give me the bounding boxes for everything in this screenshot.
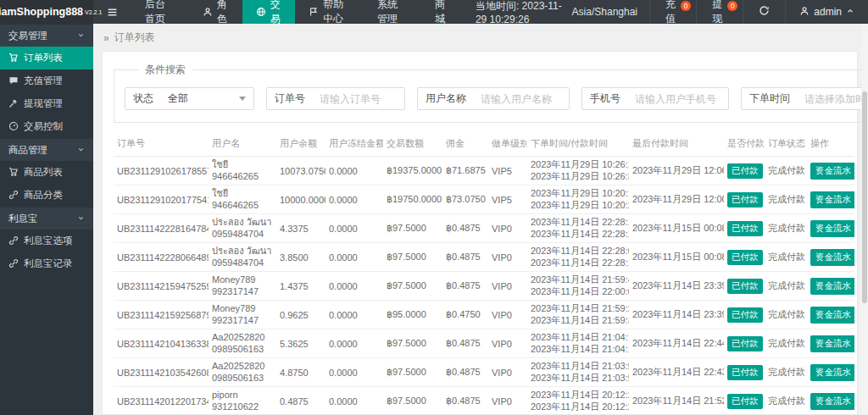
scrollbar-thumb[interactable] (862, 91, 867, 303)
paid-status-badge: 已付款 (727, 250, 763, 265)
column-header: 用户余额 (276, 131, 326, 157)
sidebar-item-order-list[interactable]: 订单列表 (0, 47, 93, 69)
fund-flow-button[interactable]: 资金流水 (810, 278, 854, 295)
commission-cell: ฿0.4875 (442, 387, 488, 415)
brand-name: SiamShopping888 (0, 6, 83, 18)
order-pay-time-cell: 2023年11月14日 20:12:202023年11月14日 20:12:24 (527, 387, 629, 415)
brand-logo[interactable]: SiamShopping888 V2.2.1 (0, 0, 93, 24)
column-header: 订单号 (114, 131, 209, 157)
order-no-input[interactable] (313, 88, 404, 109)
sidebar-item-interest-options[interactable]: 利息宝选项 (0, 230, 93, 252)
sidebar-item-label: 交易控制 (24, 120, 63, 133)
balance-cell: 4.8750 (276, 358, 326, 387)
sidebar: 交易管理 订单列表 充值管理 提现管理 交易控制 商品管理 商品列表 商品分类 … (0, 24, 93, 415)
sidebar-toggle[interactable] (93, 0, 131, 24)
balance-cell: 0.9625 (276, 301, 326, 329)
balance-cell: 0.4875 (276, 387, 326, 415)
refresh-button[interactable] (743, 0, 785, 24)
order-no-field: 订单号 (266, 87, 405, 110)
sidebar-item-recharge[interactable]: 充值管理 (0, 69, 93, 92)
recharge-notice[interactable]: 充值 0 (649, 0, 696, 24)
sidebar-item-trade-control[interactable]: 交易控制 (0, 115, 93, 138)
amount-cell: ฿95.0000 (383, 301, 442, 329)
comment-icon (8, 75, 19, 87)
sidebar-item-withdraw[interactable]: 提现管理 (0, 92, 93, 115)
refresh-icon (759, 5, 770, 19)
nav-item-label: 交易 (270, 0, 282, 26)
sidebar-group-label: 交易管理 (8, 30, 47, 42)
fund-flow-button[interactable]: 资金流水 (810, 163, 854, 180)
gavel-icon (8, 98, 19, 110)
filter-legend: 条件搜索 (138, 63, 192, 77)
vertical-scrollbar[interactable] (861, 24, 868, 415)
fund-flow-button[interactable]: 资金流水 (810, 191, 854, 208)
sidebar-item-label: 订单列表 (24, 52, 63, 64)
level-cell: VIP5 (488, 157, 527, 185)
breadcrumb: » 订单列表 (93, 24, 868, 51)
fund-flow-button[interactable]: 资金流水 (810, 335, 854, 352)
sidebar-group-goods[interactable]: 商品管理 (0, 139, 93, 161)
user-menu[interactable]: admin (785, 0, 868, 24)
user-cell: ใชยี946646265 (209, 185, 276, 214)
balance-cell: 4.3375 (276, 214, 326, 243)
nav-item-home[interactable]: 后台首页 (131, 0, 189, 24)
level-cell: VIP0 (488, 243, 527, 272)
commission-cell: ฿73.0750 (442, 185, 488, 214)
action-cell: 资金流水 (807, 243, 854, 272)
fund-flow-button[interactable]: 资金流水 (810, 307, 854, 324)
fund-flow-button[interactable]: 资金流水 (810, 364, 854, 381)
phone-input[interactable] (628, 88, 728, 109)
balance-cell: 10000.0000 (276, 185, 326, 214)
nav-item-mall[interactable]: 商城 (421, 0, 464, 24)
order-no-cell: UB2311291020177541 (114, 185, 209, 214)
user-cell: Aa202528200989506163 (209, 358, 276, 387)
sidebar-group-trade[interactable]: 交易管理 (0, 25, 93, 47)
nav-item-system[interactable]: 系统管理 (364, 0, 421, 24)
withdraw-notice[interactable]: 提现 0 (696, 0, 743, 24)
level-cell: VIP0 (488, 358, 527, 387)
nav-item-help[interactable]: 帮助中心 (295, 0, 364, 24)
sidebar-item-goods-list[interactable]: 商品列表 (0, 161, 93, 184)
commission-cell: ฿0.4875 (442, 243, 488, 272)
commission-cell: ฿0.4750 (442, 301, 488, 329)
fund-flow-button[interactable]: 资金流水 (810, 393, 854, 410)
action-cell: 资金流水 (807, 358, 854, 387)
local-time: 当地时间: 2023-11-29 10:29:26 Asia/Shanghai (464, 0, 649, 24)
paid-cell: 已付款 (724, 157, 765, 185)
status-select[interactable]: 状态 全部 (125, 87, 254, 110)
nav-item-trade[interactable]: 交易 (242, 0, 296, 24)
table-row: UB2311142228164784ประลอง วัฒนา0959484704… (114, 214, 854, 243)
status-label: 状态 (125, 91, 161, 106)
paid-status-badge: 已付款 (727, 221, 763, 236)
fund-flow-button[interactable]: 资金流水 (810, 249, 854, 266)
order-time-input[interactable] (798, 88, 868, 109)
person-icon (203, 7, 213, 17)
column-header: 做单级别 (488, 131, 527, 157)
sidebar-group-label: 利息宝 (8, 213, 38, 225)
order-no-cell: UB2311142159256879 (114, 301, 209, 329)
column-header: 操作 (807, 131, 854, 157)
paid-cell: 已付款 (724, 387, 765, 415)
sidebar-group-interest[interactable]: 利息宝 (0, 208, 93, 230)
level-cell: VIP5 (488, 185, 527, 214)
hamburger-icon (107, 7, 118, 18)
cart-icon (8, 167, 19, 179)
username-text: admin (814, 6, 842, 18)
nav-item-roles[interactable]: 角色 (189, 0, 242, 24)
sidebar-item-interest-records[interactable]: 利息宝记录 (0, 252, 93, 275)
order-status-cell: 完成付款 (765, 358, 807, 387)
level-cell: VIP0 (488, 272, 527, 301)
user-cell: Money789992317147 (209, 272, 276, 301)
fund-flow-button[interactable]: 资金流水 (810, 220, 854, 237)
main-content: » 订单列表 条件搜索 状态 全部 订单号 用户名称 (93, 24, 868, 415)
breadcrumb-separator: » (103, 32, 109, 44)
amount-cell: ฿19375.0000 (383, 157, 442, 185)
order-no-cell: UB2311142104136338 (114, 329, 209, 358)
nav-item-label: 角色 (217, 0, 229, 26)
order-pay-time-cell: 2023年11月14日 22:28:162023年11月14日 22:28:18 (527, 214, 629, 243)
order-no-cell: UB2311142103542608 (114, 358, 209, 387)
frozen-cell: 0.0000 (326, 243, 383, 272)
user-name-input[interactable] (474, 88, 569, 109)
sidebar-item-goods-category[interactable]: 商品分类 (0, 184, 93, 207)
commission-cell: ฿71.6875 (442, 157, 488, 185)
